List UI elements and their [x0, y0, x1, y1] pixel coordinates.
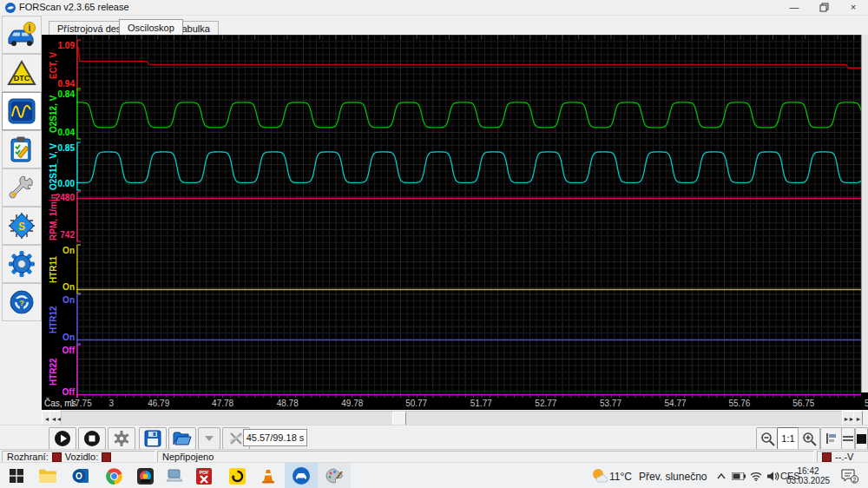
oscilloscope-panel: ECT, V1.090.94O2S12, V0.840.04O2S11_V, V… — [42, 35, 868, 410]
lines-icon — [843, 434, 853, 443]
tab-oscilloscope[interactable]: Osciloskop — [119, 19, 183, 35]
time-tick-10: 54.77 — [665, 399, 687, 408]
time-tick-11: 55.76 — [728, 399, 750, 408]
channel-name-HTR11: HTR11 — [48, 230, 59, 308]
connection-status-panel: Rozhraní: Vozidlo: — [2, 451, 155, 463]
windows-logo-icon — [10, 469, 23, 483]
stop-icon — [83, 430, 101, 447]
svg-text:?: ? — [19, 299, 24, 307]
clear-x-icon — [229, 432, 243, 445]
channel-name-HTR12: HTR12 — [48, 280, 59, 359]
zoom-in-icon — [802, 432, 817, 446]
tray-battery[interactable] — [729, 466, 748, 485]
weather-icon[interactable] — [590, 466, 609, 485]
outlook-icon: O — [72, 468, 89, 484]
zoom-out-icon — [760, 432, 775, 446]
taskbar-pdf[interactable]: PDF — [194, 466, 214, 485]
restore-icon — [819, 3, 829, 12]
sidebar-item-configuration[interactable] — [2, 245, 42, 283]
weather-temp[interactable]: 11°C — [609, 471, 632, 483]
time-tick-4: 48.78 — [277, 399, 299, 408]
oscilloscope-icon — [7, 97, 36, 125]
markers-button[interactable] — [820, 427, 843, 450]
channel-top-value-HTR12: On — [52, 295, 75, 305]
dtc-triangle-icon: DTC — [7, 59, 36, 87]
weather-desc[interactable]: Přev. slunečno — [639, 471, 707, 483]
interface-led — [52, 452, 62, 462]
vlc-cone-icon — [260, 468, 276, 484]
channel-name-RPM: RPM, 1/min — [48, 178, 59, 256]
time-position-field[interactable]: 45.57/99.18 s — [243, 429, 307, 446]
markers-icon — [825, 432, 838, 445]
sidebar-item-vehicle-info[interactable]: i — [2, 16, 42, 54]
taskbar-outlook[interactable]: O — [71, 466, 90, 485]
display-mode-dropdown[interactable] — [198, 427, 220, 450]
sidebar-item-oscilloscope[interactable] — [2, 92, 42, 130]
channel-bottom-value-O2S12: 0.04 — [52, 128, 75, 137]
tray-expand-chevron[interactable] — [712, 466, 731, 485]
grid-lines-button[interactable] — [841, 427, 855, 450]
zoom-in-button[interactable] — [798, 427, 820, 450]
close-button[interactable]: × — [838, 0, 868, 14]
taskbar-paint[interactable] — [325, 466, 344, 485]
steering-help-icon: ? — [8, 288, 36, 316]
time-tick-12: 56.75 — [792, 399, 814, 408]
horizontal-scrollbar: ◄ ◄◄ ►► ► — [42, 411, 861, 425]
sidebar-item-dtc[interactable]: DTC — [2, 54, 42, 92]
restore-button[interactable] — [809, 0, 838, 14]
sidebar-item-programming[interactable]: S — [2, 207, 42, 245]
svg-text:i: i — [29, 23, 31, 33]
taskbar-chrome[interactable] — [104, 466, 123, 485]
taskbar-forscan[interactable] — [292, 466, 311, 485]
scrollbar-thumb[interactable] — [392, 412, 406, 425]
time-tick-7: 51.77 — [470, 399, 492, 408]
tray-date: 03.03.2025 — [784, 476, 832, 485]
battery-icon — [732, 472, 746, 480]
open-button[interactable] — [168, 427, 196, 450]
oscilloscope-plot[interactable] — [76, 35, 861, 398]
taskbar-m365[interactable] — [135, 466, 155, 485]
save-button[interactable] — [139, 427, 167, 450]
window-title: FORScan v2.3.65 release — [19, 2, 129, 12]
record-settings-button[interactable] — [108, 427, 135, 450]
stop-button[interactable] — [78, 427, 106, 450]
time-tick-9: 53.77 — [600, 399, 621, 408]
sidebar-item-service[interactable] — [2, 168, 42, 207]
channel-bottom-value-HTR11: On — [52, 282, 75, 292]
time-tick-0: 17.75 — [70, 399, 92, 408]
taskbar-remote-pc[interactable] — [165, 466, 184, 485]
scale-1to1-button[interactable]: 1:1 — [777, 427, 799, 450]
channel-top-value-HTR22: Off — [52, 346, 75, 355]
forscan-window: FORScan v2.3.65 release — × Přístrojová … — [0, 0, 868, 488]
time-tick-2: 46.79 — [148, 399, 169, 408]
time-axis-row: Čas, ms 17.75346.7947.7848.7849.7850.775… — [42, 398, 868, 410]
paint-palette-icon — [326, 468, 343, 484]
start-button[interactable] — [7, 466, 26, 485]
tray-notifications[interactable]: 2 — [840, 466, 859, 485]
taskbar-vlc[interactable] — [259, 466, 278, 485]
chip-icon: S — [7, 212, 36, 240]
taskbar-explorer[interactable] — [38, 466, 57, 485]
tray-clock[interactable]: 16:42 03.03.2025 — [784, 466, 832, 487]
channel-top-value-RPM: 2480 — [52, 193, 75, 202]
vehicle-led — [102, 452, 111, 462]
time-tick-8: 52.77 — [535, 399, 556, 408]
channel-name-ECT: ECT, V — [48, 35, 59, 104]
channel-top-value-HTR11: On — [52, 246, 75, 255]
svg-text:DTC: DTC — [14, 74, 30, 82]
channel-name-O2S11_V: O2S11_V, V — [48, 128, 59, 206]
scope-toolbar: 45.57/99.18 s 1:1 — [0, 425, 868, 450]
minimize-button[interactable]: — — [779, 0, 809, 14]
taskbar-sync-tool[interactable] — [227, 466, 247, 485]
zoom-out-button[interactable] — [756, 427, 779, 450]
sidebar-item-tests[interactable] — [2, 130, 42, 168]
background-color-button[interactable] — [855, 427, 868, 450]
play-icon — [54, 430, 71, 447]
forscan-logo-icon — [5, 3, 16, 13]
tray-network[interactable] — [746, 466, 766, 485]
time-tick-6: 50.77 — [405, 399, 427, 408]
sidebar-item-about[interactable]: ? — [2, 283, 42, 321]
connection-state-panel: Nepřipojeno — [157, 451, 814, 463]
play-button[interactable] — [49, 427, 76, 450]
wifi-icon — [750, 472, 762, 481]
